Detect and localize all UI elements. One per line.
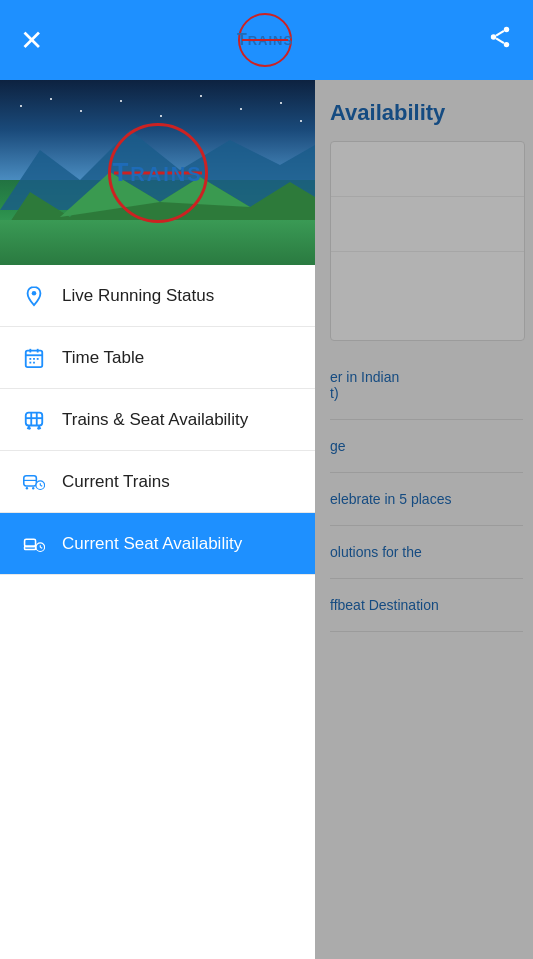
train-icon [20,406,48,434]
app-header: ✕ TRAINS [0,0,533,80]
hero-logo-circle: TRAINS [108,123,208,223]
location-pin-icon [20,282,48,310]
menu-item-time-table[interactable]: Time Table [0,327,315,389]
hero-logo-text: TRAINS [112,157,202,188]
svg-point-30 [32,487,34,489]
menu-item-live-running-status[interactable]: Live Running Status [0,265,315,327]
calendar-icon [20,344,48,372]
logo-text: TRAINS [237,31,293,49]
logo-circle: TRAINS [238,13,292,67]
logo-t-letter: T [237,31,248,48]
drawer-menu: Live Running Status [0,265,315,959]
menu-item-current-trains[interactable]: Current Trains [0,451,315,513]
menu-label-current-seat-availability: Current Seat Availability [62,534,242,554]
menu-label-current-trains: Current Trains [62,472,170,492]
menu-item-trains-seat-availability[interactable]: Trains & Seat Availability [0,389,315,451]
svg-point-2 [504,41,509,46]
hero-ground [0,220,315,265]
hero-logo-container: TRAINS [108,123,208,223]
svg-point-0 [504,26,509,31]
hero-logo-t: T [112,157,130,187]
main-area: Availability er in Indiant) ge elebrate … [0,80,533,959]
menu-item-current-seat-availability[interactable]: Current Seat Availability [0,513,315,575]
svg-point-29 [26,487,28,489]
train-clock-icon [20,468,48,496]
svg-line-3 [496,30,504,35]
navigation-drawer: TRAINS Live Running Status [0,80,315,959]
menu-label-trains-seat-availability: Trains & Seat Availability [62,410,248,430]
menu-label-time-table: Time Table [62,348,144,368]
header-logo: TRAINS [238,13,292,67]
seat-clock-icon [20,530,48,558]
menu-label-live-running-status: Live Running Status [62,286,214,306]
share-button[interactable] [487,24,513,57]
drawer-hero: TRAINS [0,80,315,265]
svg-point-1 [491,34,496,39]
svg-rect-34 [25,539,36,546]
svg-point-9 [32,290,37,295]
svg-rect-35 [25,546,36,549]
svg-line-4 [496,38,504,43]
close-button[interactable]: ✕ [20,24,43,57]
